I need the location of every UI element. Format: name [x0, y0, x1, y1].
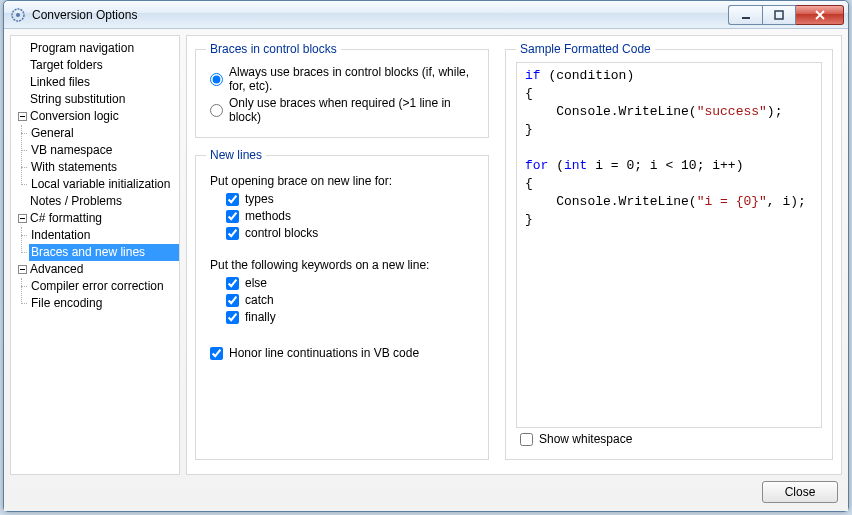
braces-group: Braces in control blocks Always use brac…: [195, 42, 489, 138]
check-label: control blocks: [245, 226, 318, 240]
check-else[interactable]: else: [226, 276, 478, 290]
close-window-button[interactable]: [796, 5, 844, 25]
radio-required-braces[interactable]: Only use braces when required (>1 line i…: [210, 96, 478, 124]
tree-label: With statements: [31, 159, 117, 176]
check-methods-input[interactable]: [226, 210, 239, 223]
collapse-icon[interactable]: [17, 264, 28, 275]
options-column: Braces in control blocks Always use brac…: [187, 36, 497, 474]
check-label: types: [245, 192, 274, 206]
check-show-whitespace[interactable]: Show whitespace: [520, 432, 822, 446]
radio-label: Only use braces when required (>1 line i…: [229, 96, 478, 124]
check-catch-input[interactable]: [226, 294, 239, 307]
tree-label: Braces and new lines: [31, 244, 145, 261]
newlines-group: New lines Put opening brace on new line …: [195, 148, 489, 460]
tree-item-target-folders[interactable]: Target folders: [15, 57, 179, 74]
check-finally[interactable]: finally: [226, 310, 478, 324]
tree-label: Notes / Problems: [30, 193, 122, 210]
tree-item-indentation[interactable]: Indentation: [29, 227, 179, 244]
radio-always-braces[interactable]: Always use braces in control blocks (if,…: [210, 65, 478, 93]
client-area: Program navigation Target folders Linked…: [4, 29, 848, 511]
svg-point-1: [16, 13, 20, 17]
tree-label: Local variable initialization: [31, 176, 170, 193]
check-label: methods: [245, 209, 291, 223]
collapse-icon[interactable]: [17, 111, 28, 122]
tree-item-braces-newlines[interactable]: Braces and new lines: [29, 244, 179, 261]
close-button[interactable]: Close: [762, 481, 838, 503]
check-methods[interactable]: methods: [226, 209, 478, 223]
put-keywords-label: Put the following keywords on a new line…: [210, 258, 478, 272]
tree-label: Program navigation: [30, 40, 134, 57]
check-types[interactable]: types: [226, 192, 478, 206]
tree-item-general[interactable]: General: [29, 125, 179, 142]
tree-label: Linked files: [30, 74, 90, 91]
put-opening-label: Put opening brace on new line for:: [210, 174, 478, 188]
tree-label: General: [31, 125, 74, 142]
tree-label: String substitution: [30, 91, 125, 108]
svg-rect-3: [775, 11, 783, 19]
check-finally-input[interactable]: [226, 311, 239, 324]
radio-always-braces-input[interactable]: [210, 73, 223, 86]
check-catch[interactable]: catch: [226, 293, 478, 307]
check-label: else: [245, 276, 267, 290]
tree-item-local-var-init[interactable]: Local variable initialization: [29, 176, 179, 193]
window-title: Conversion Options: [32, 8, 728, 22]
dialog-window: Conversion Options Program navigation Ta…: [3, 0, 849, 512]
check-else-input[interactable]: [226, 277, 239, 290]
tree-item-with-statements[interactable]: With statements: [29, 159, 179, 176]
tree-item-linked-files[interactable]: Linked files: [15, 74, 179, 91]
tree-item-string-substitution[interactable]: String substitution: [15, 91, 179, 108]
tree-item-advanced[interactable]: Advanced: [15, 261, 179, 278]
check-label: finally: [245, 310, 276, 324]
radio-required-braces-input[interactable]: [210, 104, 223, 117]
check-label: catch: [245, 293, 274, 307]
radio-label: Always use braces in control blocks (if,…: [229, 65, 478, 93]
svg-rect-2: [742, 17, 750, 19]
minimize-button[interactable]: [728, 5, 762, 25]
tree-label: C# formatting: [30, 210, 102, 227]
check-control-blocks[interactable]: control blocks: [226, 226, 478, 240]
app-icon: [10, 7, 26, 23]
maximize-button[interactable]: [762, 5, 796, 25]
sample-column: Sample Formatted Code if (condition) { C…: [497, 36, 841, 474]
nav-tree[interactable]: Program navigation Target folders Linked…: [10, 35, 180, 475]
tree-item-notes-problems[interactable]: Notes / Problems: [15, 193, 179, 210]
check-honor-vb-input[interactable]: [210, 347, 223, 360]
sample-legend: Sample Formatted Code: [516, 42, 655, 56]
tree-item-compiler-error-correction[interactable]: Compiler error correction: [29, 278, 179, 295]
check-honor-vb[interactable]: Honor line continuations in VB code: [210, 346, 478, 360]
window-controls: [728, 5, 844, 25]
tree-label: File encoding: [31, 295, 102, 312]
collapse-icon[interactable]: [17, 213, 28, 224]
newlines-legend: New lines: [206, 148, 266, 162]
sample-group: Sample Formatted Code if (condition) { C…: [505, 42, 833, 460]
tree-label: Conversion logic: [30, 108, 119, 125]
braces-legend: Braces in control blocks: [206, 42, 341, 56]
check-label: Honor line continuations in VB code: [229, 346, 419, 360]
tree-label: Indentation: [31, 227, 90, 244]
check-control-blocks-input[interactable]: [226, 227, 239, 240]
tree-item-vb-namespace[interactable]: VB namespace: [29, 142, 179, 159]
settings-panel: Braces in control blocks Always use brac…: [186, 35, 842, 475]
tree-label: Advanced: [30, 261, 83, 278]
sample-code-box[interactable]: if (condition) { Console.WriteLine("succ…: [516, 62, 822, 428]
check-show-whitespace-input[interactable]: [520, 433, 533, 446]
tree-item-conversion-logic[interactable]: Conversion logic: [15, 108, 179, 125]
tree-item-csharp-formatting[interactable]: C# formatting: [15, 210, 179, 227]
check-types-input[interactable]: [226, 193, 239, 206]
tree-item-program-navigation[interactable]: Program navigation: [15, 40, 179, 57]
footer: Close: [10, 479, 842, 505]
tree-label: Compiler error correction: [31, 278, 164, 295]
titlebar[interactable]: Conversion Options: [4, 1, 848, 29]
check-label: Show whitespace: [539, 432, 632, 446]
tree-item-file-encoding[interactable]: File encoding: [29, 295, 179, 312]
tree-label: Target folders: [30, 57, 103, 74]
tree-label: VB namespace: [31, 142, 112, 159]
